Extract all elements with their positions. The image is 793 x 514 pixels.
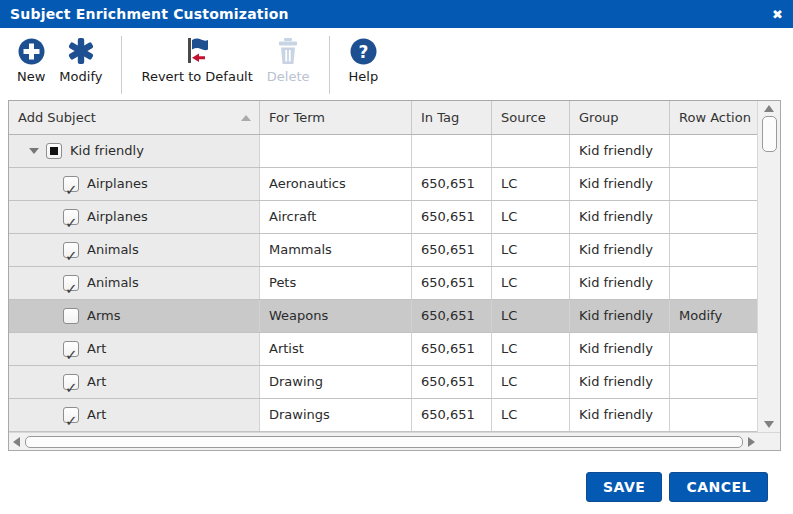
column-header-source[interactable]: Source (491, 101, 569, 134)
asterisk-icon (67, 36, 95, 66)
row-action-cell (669, 168, 757, 200)
in-tag-cell: 650,651 (411, 333, 491, 365)
dialog-footer: SAVE CANCEL (586, 472, 768, 502)
help-button[interactable]: ? Help (342, 36, 386, 84)
group-cell: Kid friendly (569, 333, 669, 365)
scroll-down-icon[interactable] (764, 421, 774, 428)
table-row[interactable]: Animals Mammals 650,651 LC Kid friendly (9, 234, 757, 267)
new-button[interactable]: New (10, 36, 52, 84)
for-term-cell: Pets (259, 267, 411, 299)
scroll-up-icon[interactable] (764, 105, 774, 112)
help-label: Help (349, 69, 379, 84)
table-row[interactable]: Art Drawings 650,651 LC Kid friendly (9, 399, 757, 432)
source-cell (491, 135, 569, 167)
in-tag-cell: 650,651 (411, 168, 491, 200)
for-term-cell: Drawings (259, 399, 411, 431)
row-action-cell (669, 399, 757, 431)
subject-label: Animals (87, 267, 139, 299)
row-action-cell (669, 267, 757, 299)
group-label: Kid friendly (70, 135, 144, 167)
subject-label: Airplanes (87, 201, 148, 233)
sort-asc-icon (241, 115, 251, 121)
modify-label: Modify (59, 69, 102, 84)
table-row[interactable]: Art Artist 650,651 LC Kid friendly (9, 333, 757, 366)
row-action-cell (669, 234, 757, 266)
question-circle-icon: ? (350, 36, 377, 66)
vertical-scroll-thumb[interactable] (762, 116, 777, 152)
row-checkbox[interactable] (63, 242, 79, 258)
group-cell: Kid friendly (569, 234, 669, 266)
row-action-cell: Modify (669, 300, 757, 332)
table-header: Add Subject For Term In Tag Source Group… (9, 101, 757, 135)
in-tag-cell: 650,651 (411, 267, 491, 299)
source-cell: LC (491, 366, 569, 398)
column-header-row-action[interactable]: Row Action (669, 101, 757, 134)
source-cell: LC (491, 333, 569, 365)
vertical-scrollbar[interactable] (757, 101, 780, 432)
scroll-left-icon[interactable] (13, 437, 20, 447)
row-action-cell (669, 366, 757, 398)
source-cell: LC (491, 201, 569, 233)
modify-button[interactable]: Modify (52, 36, 109, 84)
subject-table: Add Subject For Term In Tag Source Group… (8, 100, 781, 451)
group-cell: Kid friendly (569, 168, 669, 200)
dialog-title: Subject Enrichment Customization (10, 6, 289, 22)
horizontal-scroll-thumb[interactable] (25, 436, 743, 448)
row-checkbox[interactable] (63, 209, 79, 225)
row-checkbox[interactable] (63, 341, 79, 357)
for-term-cell: Aeronautics (259, 168, 411, 200)
column-header-for-term[interactable]: For Term (259, 101, 411, 134)
column-header-in-tag[interactable]: In Tag (411, 101, 491, 134)
row-checkbox[interactable] (63, 176, 79, 192)
table-row[interactable]: Arms Weapons 650,651 LC Kid friendly Mod… (9, 300, 757, 333)
column-header-add-subject[interactable]: Add Subject (9, 101, 259, 134)
source-cell: LC (491, 168, 569, 200)
group-checkbox[interactable] (46, 143, 62, 159)
trash-icon (275, 36, 301, 66)
subject-label: Animals (87, 234, 139, 266)
row-action-cell (669, 201, 757, 233)
for-term-cell: Drawing (259, 366, 411, 398)
scroll-right-icon[interactable] (748, 437, 755, 447)
for-term-cell: Artist (259, 333, 411, 365)
table-row[interactable]: Airplanes Aircraft 650,651 LC Kid friend… (9, 201, 757, 234)
for-term-cell: Aircraft (259, 201, 411, 233)
revert-to-default-button[interactable]: Revert to Default (134, 36, 259, 84)
toolbar: New Modify Revert to Default (0, 28, 793, 100)
for-term-cell (259, 135, 411, 167)
for-term-cell: Weapons (259, 300, 411, 332)
new-label: New (17, 69, 45, 84)
group-cell: Kid friendly (569, 399, 669, 431)
horizontal-scrollbar[interactable] (9, 432, 780, 450)
in-tag-cell (411, 135, 491, 167)
source-cell: LC (491, 234, 569, 266)
row-checkbox[interactable] (63, 407, 79, 423)
row-checkbox[interactable] (63, 308, 79, 324)
toolbar-separator (121, 36, 122, 94)
table-row[interactable]: Animals Pets 650,651 LC Kid friendly (9, 267, 757, 300)
subject-enrichment-dialog: Subject Enrichment Customization ✖ New M… (0, 0, 793, 514)
group-row[interactable]: Kid friendly Kid friendly (9, 135, 757, 168)
delete-button: Delete (260, 36, 317, 84)
subject-label: Airplanes (87, 168, 148, 200)
for-term-cell: Mammals (259, 234, 411, 266)
revert-label: Revert to Default (141, 69, 252, 84)
row-checkbox[interactable] (63, 374, 79, 390)
close-icon[interactable]: ✖ (772, 8, 783, 21)
in-tag-cell: 650,651 (411, 234, 491, 266)
table-row[interactable]: Airplanes Aeronautics 650,651 LC Kid fri… (9, 168, 757, 201)
source-cell: LC (491, 300, 569, 332)
table-row[interactable]: Art Drawing 650,651 LC Kid friendly (9, 366, 757, 399)
subject-label: Art (87, 333, 106, 365)
row-action-cell (669, 135, 757, 167)
expander-icon[interactable] (29, 148, 39, 154)
subject-label: Art (87, 399, 106, 431)
group-cell: Kid friendly (569, 267, 669, 299)
save-button[interactable]: SAVE (586, 472, 662, 502)
row-checkbox[interactable] (63, 275, 79, 291)
in-tag-cell: 650,651 (411, 300, 491, 332)
column-header-group[interactable]: Group (569, 101, 669, 134)
group-cell: Kid friendly (569, 135, 669, 167)
cancel-button[interactable]: CANCEL (669, 472, 768, 502)
in-tag-cell: 650,651 (411, 399, 491, 431)
